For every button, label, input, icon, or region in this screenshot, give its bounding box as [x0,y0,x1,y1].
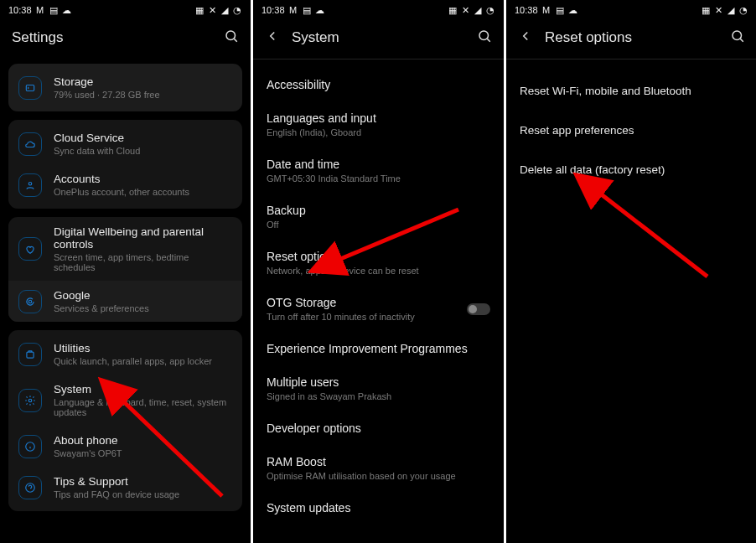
row-sub: Services & preferences [54,303,149,313]
page-title: Settings [12,29,63,46]
item-title: Delete all data (factory reset) [520,163,665,176]
phone-reset: 10:38 M ▤ ☁ ▦ ✕ ◢ ◔ Reset options Reset … [506,0,756,543]
svg-point-4 [28,182,32,185]
row-sub: Sync data with Cloud [54,146,140,156]
item-title: Accessibility [267,78,490,91]
row-title: Digital Wellbeing and parental controls [54,225,232,251]
row-sub: Screen time, app timers, bedtime schedul… [54,252,232,272]
calendar-icon: ▦ [701,5,711,15]
cloud-service-icon [18,132,42,156]
row-storage[interactable]: Storage 79% used · 27.28 GB free [8,67,242,108]
row-title: System [54,383,232,396]
signal-icon: ◢ [220,5,230,15]
row-wellbeing[interactable]: Digital Wellbeing and parental controls … [8,217,242,281]
search-icon[interactable] [477,28,492,47]
row-system[interactable]: System Language & keyboard, time, reset,… [8,375,242,426]
item-sub: Signed in as Swayam Prakash [267,391,490,401]
svg-rect-2 [26,85,34,90]
svg-point-15 [479,31,489,40]
mute-icon: ✕ [460,5,470,15]
item-sub: Optimise RAM utilisation based on your u… [267,471,490,481]
back-icon[interactable] [265,28,280,47]
item-sub: GMT+05:30 India Standard Time [267,173,490,184]
item-users[interactable]: Multiple users Signed in as Swayam Praka… [253,365,504,411]
about-icon [18,435,42,458]
signal-icon: ◢ [726,5,736,15]
item-ram[interactable]: RAM Boost Optimise RAM utilisation based… [253,445,504,491]
back-icon[interactable] [518,28,533,47]
item-experience[interactable]: Experience Improvement Programmes [253,332,504,365]
item-backup[interactable]: Backup Off [253,194,504,240]
otg-toggle[interactable] [467,303,490,315]
svg-line-22 [596,190,707,277]
search-icon[interactable] [730,28,745,47]
row-sub: Language & keyboard, time, reset, system… [54,397,232,417]
cloud-icon: ☁ [568,5,578,15]
item-sub: Turn off after 10 minutes of inactivity [267,312,415,322]
page-title: System [292,29,339,46]
item-title: Languages and input [267,111,490,125]
row-utilities[interactable]: Utilities Quick launch, parallel apps, a… [8,334,242,375]
item-sub: English (India), Gboard [267,127,490,137]
google-icon [18,290,42,313]
item-title: OTG Storage [267,296,415,309]
item-reset-prefs[interactable]: Reset app preferences [506,111,756,150]
utilities-icon [18,343,42,366]
divider [506,59,756,59]
svg-point-7 [28,399,32,402]
page-title: Reset options [545,29,632,46]
system-icon [18,389,42,412]
item-languages[interactable]: Languages and input English (India), Gbo… [253,101,504,147]
row-about[interactable]: About phone Swayam's OP6T [8,426,242,467]
status-bar: 10:38 M ▤ ☁ ▦ ✕ ◢ ◔ [0,0,251,20]
card-storage-group: Storage 79% used · 27.28 GB free [8,64,242,111]
svg-line-16 [487,39,489,41]
row-cloud[interactable]: Cloud Service Sync data with Cloud [8,123,242,164]
calendar-icon: ▦ [194,5,205,15]
m-icon: M [541,5,551,15]
item-title: Experience Improvement Programmes [267,342,490,355]
row-title: Google [54,289,149,302]
status-time: 10:38 [515,5,538,15]
reset-header: Reset options [506,20,756,59]
item-title: Multiple users [267,375,490,389]
item-title: Reset Wi-Fi, mobile and Bluetooth [520,85,691,97]
item-sub: Off [267,220,490,230]
status-time: 10:38 [261,5,285,15]
row-tips[interactable]: Tips & Support Tips and FAQ on device us… [8,467,242,508]
svg-point-19 [733,31,742,40]
row-google[interactable]: Google Services & preferences [8,281,242,322]
status-time: 10:38 [8,5,32,15]
item-factory-reset[interactable]: Delete all data (factory reset) [506,150,756,189]
item-datetime[interactable]: Date and time GMT+05:30 India Standard T… [253,147,504,194]
item-reset-wifi[interactable]: Reset Wi-Fi, mobile and Bluetooth [506,71,756,111]
mute-icon: ✕ [713,5,723,15]
svg-line-20 [740,39,743,41]
settings-header: Settings [0,20,251,59]
m-icon: M [35,5,45,15]
battery-icon: ◔ [485,5,495,15]
row-title: About phone [54,434,122,447]
item-accessibility[interactable]: Accessibility [253,68,504,101]
item-reset[interactable]: Reset options Network, apps or device ca… [253,240,504,286]
item-developer[interactable]: Developer options [253,411,504,445]
row-title: Cloud Service [54,132,140,144]
item-title: Date and time [267,158,490,171]
tips-icon [18,476,42,499]
row-sub: Tips and FAQ on device usage [54,489,179,499]
search-icon[interactable] [224,28,239,47]
svg-point-5 [28,300,32,303]
row-accounts[interactable]: Accounts OnePlus account, other accounts [8,164,242,205]
card-system-group: Utilities Quick launch, parallel apps, a… [8,330,242,511]
phone-settings: 10:38 M ▤ ☁ ▦ ✕ ◢ ◔ Settings Storage [0,0,251,543]
item-title: RAM Boost [267,455,490,468]
picture-icon: ▤ [49,5,59,15]
m-icon: M [288,5,298,15]
item-otg[interactable]: OTG Storage Turn off after 10 minutes of… [253,286,504,332]
mute-icon: ✕ [207,5,217,15]
item-title: Backup [267,204,490,217]
item-updates[interactable]: System updates [253,491,504,525]
signal-icon: ◢ [473,5,483,15]
item-title: Reset options [267,250,490,263]
row-title: Storage [54,75,160,88]
